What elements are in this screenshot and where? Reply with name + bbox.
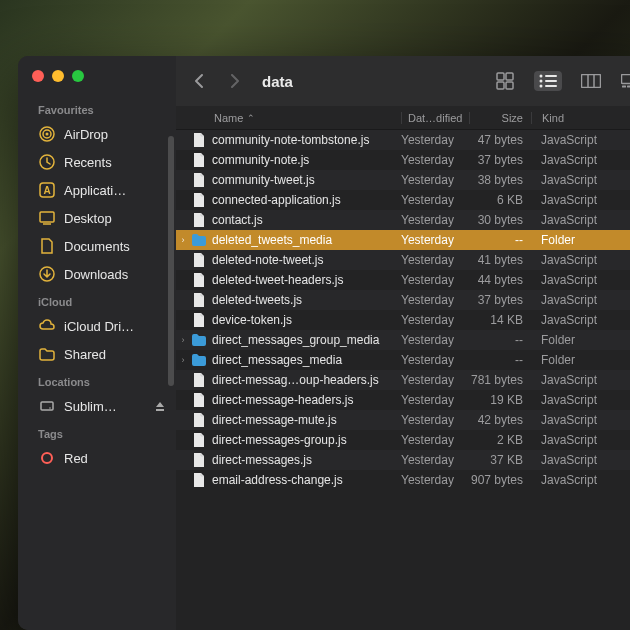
recents-icon [38,153,56,171]
sidebar-scrollbar[interactable] [168,136,174,386]
file-size: 42 bytes [469,413,531,427]
column-name[interactable]: Name ⌃ [176,112,401,124]
gallery-view-button[interactable] [620,72,630,90]
file-name: device-token.js [208,313,401,327]
file-icon [190,472,208,488]
column-headers: Name ⌃ Dat…dified Size Kind [176,106,630,130]
svg-rect-16 [545,75,557,77]
sidebar-item-icloud[interactable]: iCloud Dri… [18,312,176,340]
file-row[interactable]: ›direct_messages_mediaYesterday--Folder [176,350,630,370]
sidebar-item-desktop[interactable]: Desktop [18,204,176,232]
file-kind: JavaScript [531,253,630,267]
file-name: direct_messages_media [208,353,401,367]
sort-ascending-icon: ⌃ [247,113,255,123]
file-row[interactable]: direct-message-mute.jsYesterday42 bytesJ… [176,410,630,430]
file-row[interactable]: community-note-tombstone.jsYesterday47 b… [176,130,630,150]
svg-point-19 [540,85,543,88]
sidebar-item-applications[interactable]: AApplicati… [18,176,176,204]
file-row[interactable]: ›deleted_tweets_mediaYesterday--Folder [176,230,630,250]
desktop-icon [38,209,56,227]
file-size: 41 bytes [469,253,531,267]
file-size: 907 bytes [469,473,531,487]
sidebar-item-downloads[interactable]: Downloads [18,260,176,288]
window-controls [18,70,176,96]
file-row[interactable]: deleted-tweets.jsYesterday37 bytesJavaSc… [176,290,630,310]
file-name: direct-messag…oup-headers.js [208,373,401,387]
disclosure-triangle-icon[interactable]: › [176,335,190,345]
svg-rect-20 [545,85,557,87]
file-kind: Folder [531,333,630,347]
file-kind: JavaScript [531,153,630,167]
disclosure-triangle-icon[interactable]: › [176,235,190,245]
file-row[interactable]: direct-message-headers.jsYesterday19 KBJ… [176,390,630,410]
back-button[interactable] [192,73,206,89]
disclosure-triangle-icon[interactable]: › [176,355,190,365]
file-date: Yesterday [401,193,469,207]
file-name: deleted_tweets_media [208,233,401,247]
file-row[interactable]: deleted-tweet-headers.jsYesterday44 byte… [176,270,630,290]
column-view-button[interactable] [580,72,602,90]
sidebar-item-disk[interactable]: Sublim… [18,392,176,420]
eject-icon[interactable] [154,400,166,412]
column-date[interactable]: Dat…dified [401,112,469,124]
file-name: community-note.js [208,153,401,167]
folder-icon [190,233,208,247]
file-name: direct_messages_group_media [208,333,401,347]
file-row[interactable]: ›direct_messages_group_mediaYesterday--F… [176,330,630,350]
file-row[interactable]: email-address-change.jsYesterday907 byte… [176,470,630,490]
svg-rect-11 [497,73,504,80]
file-kind: JavaScript [531,213,630,227]
file-icon [190,172,208,188]
file-size: 781 bytes [469,373,531,387]
sidebar-item-label: Recents [64,155,112,170]
file-row[interactable]: direct-messages-group.jsYesterday2 KBJav… [176,430,630,450]
file-row[interactable]: contact.jsYesterday30 bytesJavaScript [176,210,630,230]
file-date: Yesterday [401,353,469,367]
window-title: data [262,73,482,90]
sidebar-item-recents[interactable]: Recents [18,148,176,176]
file-icon [190,392,208,408]
file-row[interactable]: direct-messages.jsYesterday37 KBJavaScri… [176,450,630,470]
sidebar-item-shared[interactable]: Shared [18,340,176,368]
icloud-icon [38,317,56,335]
minimize-button[interactable] [52,70,64,82]
file-date: Yesterday [401,273,469,287]
file-size: 30 bytes [469,213,531,227]
file-icon [190,152,208,168]
sidebar-item-tag-red[interactable]: Red [18,444,176,472]
file-name: direct-message-mute.js [208,413,401,427]
file-size: 14 KB [469,313,531,327]
column-size[interactable]: Size [469,112,531,124]
sidebar-item-label: iCloud Dri… [64,319,134,334]
sidebar-item-documents[interactable]: Documents [18,232,176,260]
file-date: Yesterday [401,313,469,327]
file-name: deleted-tweets.js [208,293,401,307]
column-kind[interactable]: Kind [531,112,630,124]
sidebar-item-airdrop[interactable]: AirDrop [18,120,176,148]
file-date: Yesterday [401,213,469,227]
sidebar-item-label: Red [64,451,88,466]
fullscreen-button[interactable] [72,70,84,82]
file-name: community-note-tombstone.js [208,133,401,147]
file-size: 38 bytes [469,173,531,187]
file-kind: JavaScript [531,273,630,287]
file-row[interactable]: direct-messag…oup-headers.jsYesterday781… [176,370,630,390]
file-row[interactable]: connected-application.jsYesterday6 KBJav… [176,190,630,210]
file-date: Yesterday [401,233,469,247]
file-name: connected-application.js [208,193,401,207]
tag-red-icon [38,449,56,467]
file-row[interactable]: community-note.jsYesterday37 bytesJavaSc… [176,150,630,170]
list-view-button[interactable] [534,71,562,91]
sidebar-item-label: Documents [64,239,130,254]
close-button[interactable] [32,70,44,82]
file-row[interactable]: device-token.jsYesterday14 KBJavaScript [176,310,630,330]
file-list[interactable]: community-note-tombstone.jsYesterday47 b… [176,130,630,630]
icon-view-button[interactable] [494,72,516,90]
file-row[interactable]: deleted-note-tweet.jsYesterday41 bytesJa… [176,250,630,270]
svg-point-15 [540,75,543,78]
file-date: Yesterday [401,453,469,467]
file-kind: JavaScript [531,193,630,207]
file-row[interactable]: community-tweet.jsYesterday38 bytesJavaS… [176,170,630,190]
forward-button[interactable] [228,73,242,89]
file-icon [190,432,208,448]
